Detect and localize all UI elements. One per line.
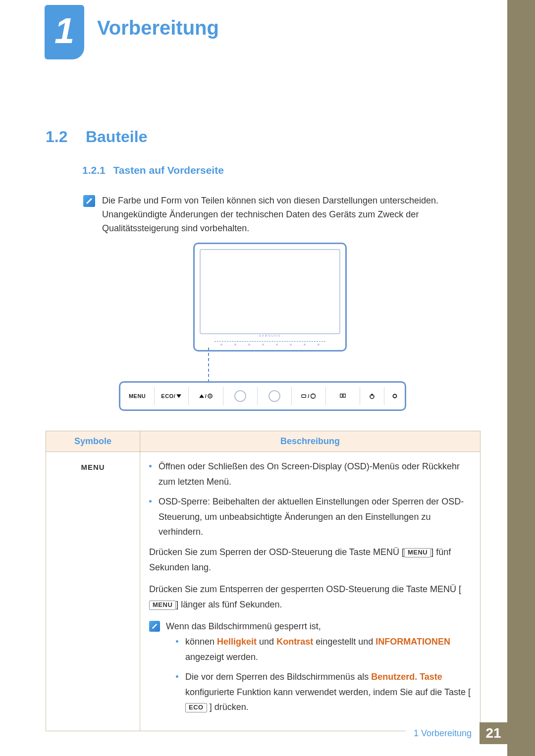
menu-key-icon: MENU xyxy=(404,548,431,557)
svg-point-1 xyxy=(210,396,211,397)
auto-icon xyxy=(310,393,316,399)
page-footer: 1 Vorbereitung 21 xyxy=(406,722,507,744)
svg-rect-2 xyxy=(302,395,306,397)
triangle-down-icon xyxy=(176,393,182,399)
note-icon xyxy=(83,195,95,207)
panel-circle-1 xyxy=(223,387,258,405)
desc-bullet-1: Öffnen oder Schließen des On Screen-Disp… xyxy=(159,459,471,489)
monitor-brand-label: SAMSUNG xyxy=(259,334,281,337)
section-heading: 1.2 Bauteile xyxy=(46,128,147,146)
menu-key-icon: MENU xyxy=(149,601,176,610)
inline-note: Wenn das Bildschirmmenü gesperrt ist, kö… xyxy=(149,619,471,720)
note-icon xyxy=(149,621,160,632)
panel-source-auto-icon: / xyxy=(292,387,326,405)
triangle-up-icon xyxy=(199,393,205,399)
panel-led-icon xyxy=(384,387,405,405)
symbols-table: Symbole Beschreibung MENU Öffnen oder Sc… xyxy=(46,431,481,731)
section-title: Bauteile xyxy=(86,128,147,146)
bullet-icon xyxy=(149,500,152,503)
monitor-outline: SAMSUNG xyxy=(193,243,347,352)
chapter-title: Vorbereitung xyxy=(97,17,219,39)
desc-para-2: Drücken Sie zum Entsperren der gesperrte… xyxy=(149,582,471,612)
table-header-desc: Beschreibung xyxy=(140,431,481,452)
table-header-symbol: Symbole xyxy=(46,431,140,452)
chapter-number-badge: 1 xyxy=(45,5,84,59)
eco-key-icon: ECO xyxy=(185,703,207,712)
section-number: 1.2 xyxy=(46,128,67,146)
inline-note-bullet-2: Die vor dem Sperren des Bildschirmmenüs … xyxy=(185,669,471,715)
enter-icon xyxy=(207,393,213,399)
bullet-icon xyxy=(149,465,152,467)
inline-note-bullet-1: können Helligkeit und Kontrast eingestel… xyxy=(185,634,471,664)
panel-pip-icon xyxy=(326,387,360,405)
panel-up-enter-icon: / xyxy=(189,387,223,405)
subsection-title: Tasten auf Vorderseite xyxy=(113,164,224,176)
bullet-icon xyxy=(176,640,178,643)
footer-chapter-label: 1 Vorbereitung xyxy=(406,722,480,744)
table-row: MENU Öffnen oder Schließen des On Screen… xyxy=(46,452,481,731)
button-panel: MENU ECO/ / / xyxy=(119,381,406,411)
callout-line xyxy=(208,348,209,382)
power-icon xyxy=(369,393,375,399)
svg-rect-4 xyxy=(340,394,342,398)
desc-bullet-2: OSD-Sperre: Beibehalten der aktuellen Ei… xyxy=(159,494,471,540)
desc-cell-menu: Öffnen oder Schließen des On Screen-Disp… xyxy=(140,452,481,731)
inline-note-intro: Wenn das Bildschirmmenü gesperrt ist, xyxy=(166,619,471,634)
desc-para-1: Drücken Sie zum Sperren der OSD-Steuerun… xyxy=(149,545,471,575)
svg-point-8 xyxy=(393,394,396,398)
subsection-number: 1.2.1 xyxy=(82,164,106,176)
bullet-icon xyxy=(176,675,178,678)
source-icon xyxy=(301,393,307,399)
symbol-cell-menu: MENU xyxy=(46,452,140,731)
panel-power-icon xyxy=(360,387,384,405)
led-icon xyxy=(392,393,398,399)
panel-circle-2 xyxy=(258,387,292,405)
svg-rect-5 xyxy=(343,394,345,398)
pip-icon xyxy=(340,393,346,399)
monitor-front-buttons xyxy=(214,341,325,347)
footer-page-number: 21 xyxy=(480,722,507,744)
note-text: Die Farbe und Form von Teilen können sic… xyxy=(102,194,469,236)
subsection-heading: 1.2.1 Tasten auf Vorderseite xyxy=(82,164,224,176)
side-accent-bar xyxy=(507,0,535,756)
monitor-diagram: SAMSUNG MENU ECO/ / / xyxy=(119,238,416,426)
panel-menu-label: MENU xyxy=(120,387,155,405)
monitor-screen xyxy=(200,249,340,334)
panel-eco-label: ECO/ xyxy=(155,387,189,405)
